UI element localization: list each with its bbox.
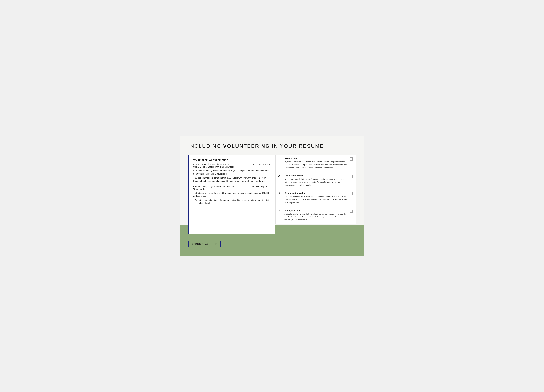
- resume-bullets-2: • Introduced online platform enabling do…: [193, 191, 270, 205]
- bullet-2-2: • Organized and advertised 10+ quarterly…: [193, 199, 270, 205]
- tip-item-2: 2. Use hard numbers Notice how each bull…: [276, 172, 355, 189]
- tip-text-3: Just like paid work experience, any volu…: [285, 195, 348, 204]
- resume-org-row-2: Climate Change Organization, Portland, O…: [193, 185, 270, 188]
- tip-text-1: If your volunteering experience is subst…: [285, 160, 348, 169]
- resume-panel: VOLUNTEERING EXPERIENCE Resume Worded No…: [188, 154, 275, 234]
- tip-text-4: A simple way to indicate that the roles …: [285, 212, 348, 221]
- resume-role-1: Social Media Manager (Part-Time Voluntee…: [193, 166, 270, 168]
- tip-title-1: Section title: [285, 157, 348, 160]
- tip-checkbox-2[interactable]: [349, 175, 353, 178]
- tip-title-3: Strong action verbs: [285, 192, 348, 194]
- tip-title-2: Use hard numbers: [285, 174, 348, 177]
- bullet-1-2: • Built and managed a community of 2500+…: [193, 176, 270, 183]
- resume-org-1: Resume Worded Non-Profit, New York, NY: [193, 163, 233, 166]
- tip-content-3: Strong action verbs Just like paid work …: [285, 192, 348, 204]
- resume-dates-2: Jun 2021 - Sept 2021: [250, 185, 270, 188]
- tip-number-2: 2.: [278, 174, 283, 178]
- tip-content-4: State your role A simple way to indicate…: [285, 209, 348, 221]
- branding-area: RESUME WORDED: [188, 241, 356, 247]
- tip-number-3: 3.: [278, 192, 283, 195]
- tips-panel: 1. Section title If your volunteering ex…: [275, 154, 356, 224]
- tip-text-2: Notice how each bullet point references …: [285, 178, 348, 187]
- title-bold: VOLUNTEERING: [223, 143, 270, 149]
- brand-worded: WORDED: [204, 243, 217, 246]
- resume-org-2: Climate Change Organization, Portland, O…: [193, 185, 234, 188]
- tip-item-3: 3. Strong action verbs Just like paid wo…: [276, 189, 355, 207]
- connector-1: [275, 159, 284, 160]
- tip-checkbox-4[interactable]: [349, 209, 353, 213]
- content-wrapper: INCLUDING VOLUNTEERING IN YOUR RESUME VO…: [188, 143, 356, 247]
- tip-number-4: 4.: [278, 209, 283, 212]
- tip-checkbox-3[interactable]: [349, 192, 353, 195]
- resume-section-title: VOLUNTEERING EXPERIENCE: [193, 159, 270, 162]
- resume-dates-1: Jan 2022 - Present: [253, 163, 270, 166]
- main-container: INCLUDING VOLUNTEERING IN YOUR RESUME VO…: [180, 136, 364, 256]
- title-part1: INCLUDING: [188, 143, 223, 149]
- tip-item-4: 4. State your role A simple way to indic…: [276, 207, 355, 224]
- tip-title-4: State your role: [285, 209, 348, 212]
- connector-2: [275, 185, 284, 185]
- connector-3: [275, 211, 284, 211]
- bullet-2-1: • Introduced online platform enabling do…: [193, 191, 270, 198]
- page-title: INCLUDING VOLUNTEERING IN YOUR RESUME: [188, 143, 356, 149]
- title-part2: IN YOUR RESUME: [270, 143, 324, 149]
- tip-content-2: Use hard numbers Notice how each bullet …: [285, 174, 348, 187]
- resume-entry-1: Resume Worded Non-Profit, New York, NY J…: [193, 163, 270, 183]
- tip-content-1: Section title If your volunteering exper…: [285, 157, 348, 169]
- resume-role-2: Team Leader: [193, 188, 270, 190]
- bullet-1-1: • Launched a weekly newsletter reaching …: [193, 169, 270, 176]
- resume-bullets-1: • Launched a weekly newsletter reaching …: [193, 169, 270, 183]
- resume-org-row-1: Resume Worded Non-Profit, New York, NY J…: [193, 163, 270, 166]
- brand-resume: RESUME: [191, 243, 203, 246]
- tip-checkbox-1[interactable]: [349, 157, 353, 160]
- resume-entry-2: Climate Change Organization, Portland, O…: [193, 185, 270, 205]
- tip-number-1: 1.: [278, 157, 283, 160]
- content-area: VOLUNTEERING EXPERIENCE Resume Worded No…: [188, 154, 356, 234]
- brand-box: RESUME WORDED: [188, 241, 220, 247]
- tip-item-1: 1. Section title If your volunteering ex…: [276, 155, 355, 172]
